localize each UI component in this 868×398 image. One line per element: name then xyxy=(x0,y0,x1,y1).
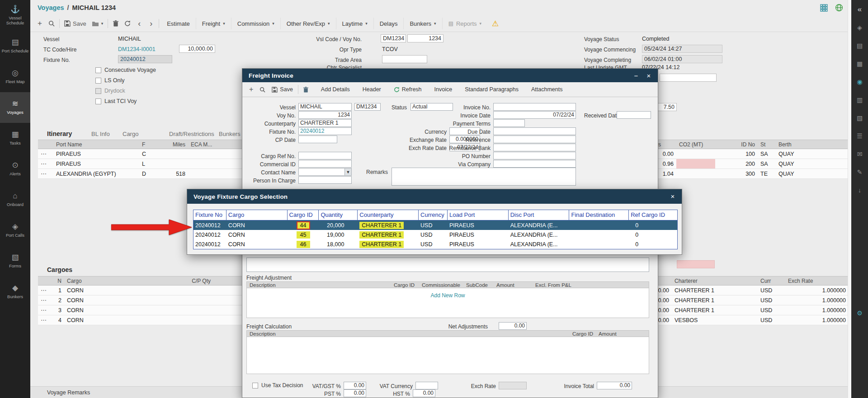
sidebar-item-bunkers[interactable]: ◆ Bunkers xyxy=(0,276,30,307)
vsl-code-field[interactable]: DM1234 xyxy=(381,34,406,42)
remittance-bank-field[interactable] xyxy=(493,144,576,151)
col-f[interactable]: F xyxy=(139,141,158,148)
minimize-icon[interactable]: − xyxy=(630,69,642,82)
tab-bl-info[interactable]: BL Info xyxy=(91,131,110,137)
fixture-no-field[interactable]: 20240012 xyxy=(118,55,172,63)
col-cp-qty[interactable]: C/P Qty xyxy=(159,278,213,284)
last-tci-voy-checkbox[interactable]: Last TCI Voy xyxy=(95,98,137,104)
compass-icon[interactable]: ◉ xyxy=(851,74,868,89)
cp-date-field[interactable] xyxy=(298,136,337,143)
vat-gst-field[interactable]: 0.00 xyxy=(344,382,366,389)
via-company-field[interactable] xyxy=(493,160,576,168)
consecutive-voyage-checkbox[interactable]: Consecutive Voyage xyxy=(95,67,156,73)
col-n[interactable]: N xyxy=(53,278,64,284)
received-date-field[interactable] xyxy=(617,111,651,119)
mail-icon[interactable]: ✉ xyxy=(851,146,868,162)
ls-only-checkbox[interactable]: LS Only xyxy=(95,77,124,84)
row-menu-icon[interactable]: ⋯ xyxy=(38,287,53,294)
menu-bunkers[interactable]: Bunkers▾ xyxy=(403,18,442,29)
voyage-completing-field[interactable]: 06/02/24 01:00 xyxy=(642,55,722,63)
vessel-field[interactable]: MICHAIL xyxy=(298,103,352,111)
tab-bunkers[interactable]: Bunkers xyxy=(219,131,241,137)
search-button[interactable] xyxy=(256,84,269,95)
drydock-checkbox[interactable]: Drydock xyxy=(95,88,125,94)
navigate-icon[interactable]: ◈ xyxy=(851,20,868,35)
col-id-no[interactable]: ID No xyxy=(715,141,758,148)
trade-area-field[interactable] xyxy=(382,55,427,63)
cargo-selection-row[interactable]: 20240012 CORN 45 19,000 CHARTERER 1 USD … xyxy=(193,230,677,239)
menu-delays[interactable]: Delays xyxy=(373,18,404,29)
commercial-id-field[interactable] xyxy=(298,160,352,168)
invoice-no-field[interactable] xyxy=(493,103,576,111)
row-menu-icon[interactable]: ⋯ xyxy=(38,307,53,314)
fixture-no-field[interactable]: 20240012 xyxy=(298,127,352,135)
close-icon[interactable]: × xyxy=(642,69,655,82)
add-button[interactable]: + xyxy=(34,18,46,29)
download-icon[interactable]: ↓ xyxy=(851,183,868,198)
invoice-total-field[interactable]: 0.00 xyxy=(597,382,632,389)
grid-apps-icon[interactable] xyxy=(820,4,828,12)
menu-freight[interactable]: Freight▾ xyxy=(196,18,231,29)
col-eca-miles[interactable]: ECA M... xyxy=(188,141,227,148)
voyage-commencing-field[interactable]: 05/24/24 14:27 xyxy=(642,45,722,53)
delete-button[interactable] xyxy=(300,84,311,95)
col-berth[interactable]: Berth xyxy=(776,141,818,148)
row-menu-icon[interactable]: ⋯ xyxy=(38,160,53,167)
freight-invoice-titlebar[interactable]: Freight Invoice − × xyxy=(242,69,658,82)
sidebar-item-port-schedule[interactable]: ▤ Port Schedule xyxy=(0,31,30,61)
list-icon[interactable]: ☰ xyxy=(851,128,868,144)
sidebar-item-tasks[interactable]: ▦ Tasks xyxy=(0,123,30,154)
add-new-row-link[interactable]: Add New Row xyxy=(246,292,649,299)
calculation-table-body[interactable] xyxy=(246,337,649,374)
next-button[interactable]: › xyxy=(145,18,157,29)
layers-icon[interactable]: ▧ xyxy=(851,110,868,126)
col-cargo[interactable]: Cargo xyxy=(64,278,159,284)
invoice-date-field[interactable]: 07/22/24 xyxy=(493,111,576,119)
header-button[interactable]: Header xyxy=(359,84,384,95)
sidebar-item-alerts[interactable]: ⊙ Alerts xyxy=(0,154,30,184)
tc-code-link[interactable]: DM1234-I0001 xyxy=(118,46,156,52)
voy-no-field[interactable]: 1234 xyxy=(298,111,352,119)
save-button[interactable]: Save xyxy=(269,84,296,95)
save-button[interactable]: Save xyxy=(61,18,89,29)
use-tax-decision-checkbox[interactable]: Use Tax Decision xyxy=(252,382,303,389)
collapse-panel-icon[interactable]: « xyxy=(851,2,868,17)
invoice-button[interactable]: Invoice xyxy=(431,84,456,95)
col-exch-rate[interactable]: Exch Rate xyxy=(785,278,849,284)
row-menu-icon[interactable]: ⋯ xyxy=(38,297,53,304)
sidebar-item-vessel-schedule[interactable]: ⚓ Vessel Schedule xyxy=(0,0,30,31)
col-st[interactable]: St xyxy=(758,141,776,148)
exch-rate-field[interactable] xyxy=(499,382,527,389)
counterparty-field[interactable]: CHARTERER 1 xyxy=(298,119,352,127)
folder-menu-button[interactable]: ▾ xyxy=(89,18,106,29)
col-curr[interactable]: Curr xyxy=(758,278,785,284)
cargo-selection-row[interactable]: 20240012 CORN 44 20,000 CHARTERER 1 USD … xyxy=(193,220,677,230)
close-icon[interactable]: × xyxy=(666,189,679,203)
sidebar-item-fleet-map[interactable]: ◎ Fleet Map xyxy=(0,61,30,92)
globe-icon[interactable] xyxy=(835,4,843,12)
cargo-ref-no-field[interactable] xyxy=(298,152,352,159)
breadcrumb-voyages-link[interactable]: Voyages xyxy=(38,4,64,11)
tc-hire-field[interactable]: 10,000.00 xyxy=(179,45,215,53)
empty-field[interactable] xyxy=(660,74,717,82)
col-charterer[interactable]: Charterer xyxy=(672,278,758,284)
prev-button[interactable]: ‹ xyxy=(133,18,145,29)
tab-cargo[interactable]: Cargo xyxy=(123,131,138,137)
attachments-button[interactable]: Attachments xyxy=(528,84,566,95)
row-menu-icon[interactable]: ⋯ xyxy=(38,317,53,323)
menu-commission[interactable]: Commission▾ xyxy=(231,18,280,29)
menu-estimate[interactable]: Estimate xyxy=(161,18,196,29)
po-number-field[interactable] xyxy=(493,152,576,159)
contact-name-field[interactable] xyxy=(298,168,345,176)
col-miles[interactable]: Miles xyxy=(158,141,188,148)
tab-draft-restrictions[interactable]: Draft/Restrictions xyxy=(169,131,214,137)
report-icon[interactable]: ▥ xyxy=(851,92,868,108)
cargo-selection-row[interactable]: 20240012 CORN 46 18,000 CHARTERER 1 USD … xyxy=(193,239,677,249)
table-icon[interactable]: ▦ xyxy=(851,56,868,71)
remarks-field[interactable] xyxy=(392,168,576,186)
pst-field[interactable]: 0.00 xyxy=(344,389,366,397)
chart-icon[interactable]: ▤ xyxy=(851,38,868,53)
net-adjustments-field[interactable]: 0.00 xyxy=(499,322,527,330)
sidebar-item-voyages[interactable]: ≋ Voyages xyxy=(0,92,30,123)
row-menu-icon[interactable]: ⋯ xyxy=(38,150,53,157)
